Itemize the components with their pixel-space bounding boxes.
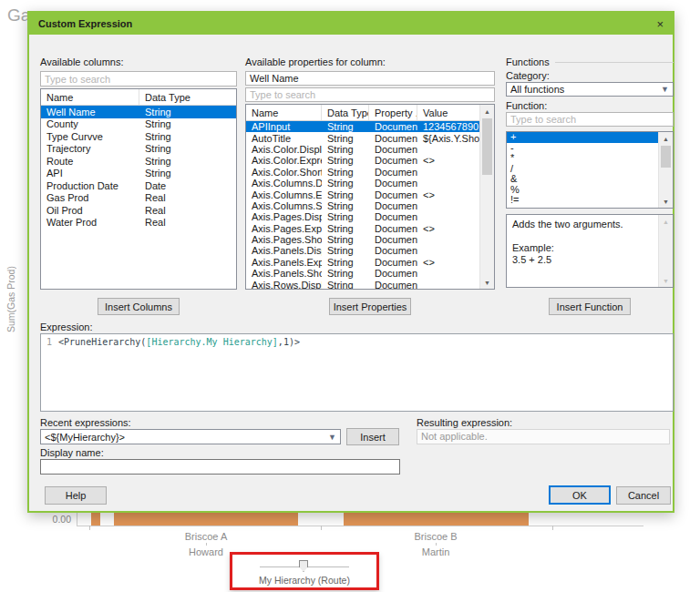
function-search-input[interactable] xyxy=(506,112,674,127)
table-row[interactable]: Axis.Panels.Shor...StringDocument xyxy=(246,268,479,279)
function-list-item[interactable]: * xyxy=(507,153,658,164)
help-button[interactable]: Help xyxy=(45,486,107,505)
prop-header-datatype[interactable]: Data Type xyxy=(322,105,369,120)
columns-list[interactable]: Name Data Type Well NameStringCountyStri… xyxy=(40,88,237,290)
table-row[interactable]: Production DateDate xyxy=(41,179,236,192)
recent-expressions-dropdown[interactable]: <${MyHierarchy}> ▼ xyxy=(40,429,341,444)
function-list-item[interactable]: % xyxy=(507,185,658,196)
table-row[interactable]: Well NameString xyxy=(41,106,236,118)
close-icon[interactable]: × xyxy=(656,18,664,30)
functions-list-body: +-*/&%!=< xyxy=(507,132,658,209)
expression-code-prefix: <PruneHierarchy( xyxy=(58,337,146,347)
column-header-name[interactable]: Name xyxy=(41,89,139,105)
hierarchy-slider-handle[interactable] xyxy=(299,560,308,572)
table-cell: API xyxy=(41,168,139,179)
table-row[interactable]: Axis.Columns.Dis...StringDocument xyxy=(246,178,479,189)
properties-table-header[interactable]: Name Data Type Property ... Value xyxy=(246,105,479,121)
table-row[interactable]: Gas ProdReal xyxy=(41,192,236,205)
scroll-down-icon[interactable]: ▼ xyxy=(659,195,673,208)
scroll-up-icon[interactable]: ▲ xyxy=(659,132,673,145)
function-list-item[interactable]: / xyxy=(507,164,658,175)
properties-scrollbar[interactable]: ▲ ▼ xyxy=(479,105,494,289)
table-cell: Axis.Pages.Expr... xyxy=(246,223,322,234)
group-rule xyxy=(555,62,674,63)
dialog-titlebar[interactable]: Custom Expression × xyxy=(29,13,673,35)
table-row[interactable]: Axis.Pages.Expr...StringDocument<> xyxy=(246,223,479,234)
table-row[interactable]: Axis.Columns.Ex...StringDocument<> xyxy=(246,189,479,199)
columns-list-body: Well NameStringCountyStringType CurvveSt… xyxy=(41,106,236,229)
table-row[interactable]: Axis.Panels.Displ...StringDocument xyxy=(246,245,479,256)
properties-table-body: APIInputStringDocument1234567890123...Au… xyxy=(246,121,479,290)
function-list-item[interactable]: - xyxy=(507,143,658,154)
x-axis-category[interactable]: Briscoe BMartin xyxy=(358,531,513,557)
properties-search-input[interactable] xyxy=(245,87,495,102)
table-row[interactable]: RouteString xyxy=(41,155,236,168)
display-name-input[interactable] xyxy=(40,459,400,475)
table-cell: Axis.Columns.Ex... xyxy=(246,189,322,200)
bar-briscoe-a[interactable] xyxy=(114,513,298,526)
table-row[interactable]: CountyString xyxy=(41,118,236,131)
y-axis-line xyxy=(77,513,77,526)
function-list-item[interactable]: != xyxy=(507,195,658,206)
insert-columns-button[interactable]: Insert Columns xyxy=(98,298,180,315)
hierarchy-slider-panel[interactable]: My Hierarchy (Route) xyxy=(230,552,379,590)
bar-briscoe-b[interactable] xyxy=(344,513,529,526)
functions-scrollbar[interactable]: ▲ ▼ xyxy=(658,132,673,208)
insert-recent-button[interactable]: Insert xyxy=(346,428,399,445)
table-cell: 1234567890123... xyxy=(417,121,479,132)
table-cell: Axis.Rows.Displ... xyxy=(246,280,322,290)
scroll-up-icon[interactable]: ▲ xyxy=(480,105,494,117)
functions-list[interactable]: +-*/&%!=< ▲ ▼ xyxy=(506,131,674,209)
expression-editor[interactable]: 1<PruneHierarchy([Hierarchy.My Hierarchy… xyxy=(40,333,674,412)
bar-segment[interactable] xyxy=(91,513,100,526)
scrollbar-thumb[interactable] xyxy=(661,146,671,168)
table-cell: Document xyxy=(369,155,417,166)
insert-properties-button[interactable]: Insert Properties xyxy=(329,298,411,315)
prop-header-name[interactable]: Name xyxy=(246,105,322,120)
properties-column-box: Well Name xyxy=(245,71,495,86)
description-scrollbar[interactable]: ▲ ▼ xyxy=(658,215,673,287)
table-row[interactable]: AutoTitleStringDocument${Axis.Y.ShortDi.… xyxy=(246,132,479,143)
ok-button[interactable]: OK xyxy=(549,485,611,505)
scrollbar-thumb[interactable] xyxy=(482,118,492,175)
prop-header-property[interactable]: Property ... xyxy=(369,105,417,120)
table-cell: String xyxy=(322,121,369,132)
function-list-item[interactable]: < xyxy=(507,206,658,209)
columns-list-header[interactable]: Name Data Type xyxy=(41,89,236,106)
table-row[interactable]: Axis.Color.Expre...StringDocument<> xyxy=(246,155,479,166)
cancel-button[interactable]: Cancel xyxy=(616,486,671,505)
columns-search-input[interactable] xyxy=(40,71,237,87)
table-row[interactable]: Axis.Panels.Expr...StringDocument<> xyxy=(246,257,479,268)
function-list-item[interactable]: & xyxy=(507,174,658,185)
y-axis-tick-label: 0.00 xyxy=(42,514,71,525)
category-label: Category: xyxy=(506,70,550,81)
table-row[interactable]: Axis.Pages.Displ...StringDocument xyxy=(246,211,479,222)
table-row[interactable]: Water ProdReal xyxy=(41,217,236,230)
table-row[interactable]: Type CurvveString xyxy=(41,130,236,143)
table-row[interactable]: APIString xyxy=(41,168,236,180)
table-cell: AutoTitle xyxy=(246,133,322,144)
description-line: Example: xyxy=(512,242,654,254)
expression-code-hierarchy: [Hierarchy.My Hierarchy] xyxy=(146,337,278,347)
dialog-body: Available columns: Name Data Type Well N… xyxy=(29,35,673,511)
table-row[interactable]: Axis.Rows.Displ...StringDocument xyxy=(246,279,479,290)
properties-table[interactable]: Name Data Type Property ... Value APIInp… xyxy=(245,104,495,290)
function-description-box: Adds the two arguments. Example:3.5 + 2.… xyxy=(506,214,674,288)
table-row[interactable]: TrajectoryString xyxy=(41,143,236,156)
table-row[interactable]: Axis.Pages.Short...StringDocument xyxy=(246,234,479,245)
column-header-datatype[interactable]: Data Type xyxy=(139,89,236,105)
function-list-item[interactable]: + xyxy=(507,132,658,143)
table-row[interactable]: APIInputStringDocument1234567890123... xyxy=(246,121,479,132)
table-row[interactable]: Axis.Columns.Sh...StringDocument xyxy=(246,200,479,211)
table-row[interactable]: Axis.Color.Short...StringDocument xyxy=(246,167,479,178)
insert-function-button[interactable]: Insert Function xyxy=(549,298,631,315)
scroll-down-icon: ▼ xyxy=(659,274,673,287)
scroll-down-icon[interactable]: ▼ xyxy=(480,276,494,289)
prop-header-value[interactable]: Value xyxy=(417,105,479,120)
table-row[interactable]: Oil ProdReal xyxy=(41,204,236,217)
category-dropdown[interactable]: All functions ▼ xyxy=(506,82,674,97)
table-cell: ${Axis.Y.ShortDi... xyxy=(417,133,479,144)
display-name-label: Display name: xyxy=(40,447,104,458)
table-row[interactable]: Axis.Color.Displa...StringDocument xyxy=(246,144,479,155)
table-cell: Document xyxy=(369,121,417,132)
